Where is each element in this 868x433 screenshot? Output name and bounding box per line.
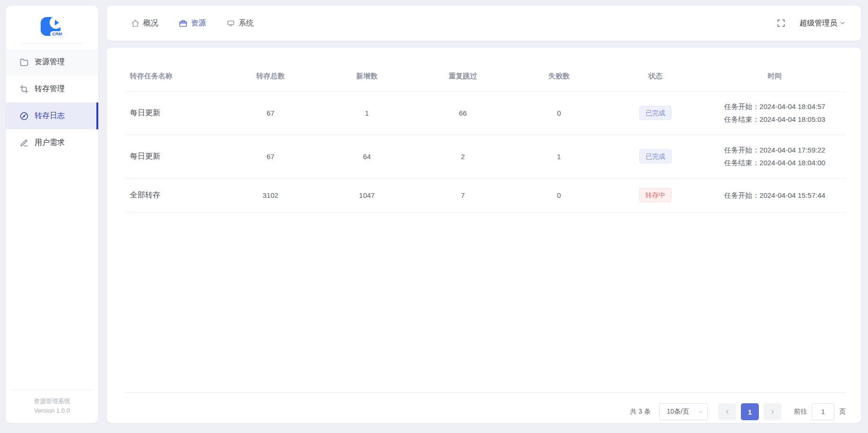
failed-cell: 0 xyxy=(511,91,607,135)
logo-text: CRM xyxy=(50,31,65,37)
sidebar: CRM 资源管理 转存管理 转存日志 xyxy=(6,6,98,423)
column-header-added: 新增数 xyxy=(319,62,415,91)
monitor-icon xyxy=(227,19,235,27)
time-start-value: 2024-04-04 15:57:44 xyxy=(759,191,825,199)
transfer-log-table: 转存任务名称 转存总数 新增数 重复跳过 失败数 状态 时间 每日更新 67 1… xyxy=(125,62,846,212)
page-number-button[interactable]: 1 xyxy=(741,403,759,420)
sidebar-nav: 资源管理 转存管理 转存日志 用户需求 xyxy=(6,49,98,156)
crm-logo: CRM xyxy=(6,6,98,42)
time-end-line: 任务结束：2024-04-04 18:04:00 xyxy=(724,156,825,169)
status-badge: 转存中 xyxy=(639,188,671,202)
time-cell: 任务开始：2024-04-04 18:04:57 任务结束：2024-04-04… xyxy=(704,91,846,135)
tab-label: 概况 xyxy=(143,18,158,28)
status-cell: 已完成 xyxy=(607,91,704,135)
pencil-icon xyxy=(20,139,28,147)
home-icon xyxy=(131,19,139,27)
time-start-label: 任务开始： xyxy=(724,146,759,154)
sidebar-item-label: 资源管理 xyxy=(34,57,65,67)
skipped-cell: 2 xyxy=(415,135,511,178)
logo-divider xyxy=(22,43,82,44)
sidebar-item-label: 转存日志 xyxy=(34,111,65,121)
task-name-cell: 每日更新 xyxy=(125,91,222,135)
sidebar-item-label: 转存管理 xyxy=(34,84,65,94)
sidebar-item-transfer-log[interactable]: 转存日志 xyxy=(6,102,98,129)
folder-icon xyxy=(20,58,28,67)
total-count-label: 共 3 条 xyxy=(630,408,651,416)
sidebar-footer: 资源管理系统 Version 1.0.0 xyxy=(6,390,98,423)
goto-label: 前往 xyxy=(794,408,807,416)
total-cell: 67 xyxy=(222,91,319,135)
tab-label: 系统 xyxy=(239,18,254,28)
goto-page-group: 前往 页 xyxy=(794,403,846,420)
time-start-value: 2024-04-04 17:59:22 xyxy=(759,146,825,154)
table-row[interactable]: 每日更新 67 1 66 0 已完成 任务开始：2024-04-04 18:04… xyxy=(125,91,846,135)
column-header-time: 时间 xyxy=(704,62,846,91)
tab-resources[interactable]: 资源 xyxy=(179,18,206,28)
task-name-cell: 全部转存 xyxy=(125,178,222,212)
table-row[interactable]: 全部转存 3102 1047 7 0 转存中 任务开始：2024-04-04 1… xyxy=(125,178,846,212)
briefcase-icon xyxy=(179,19,187,27)
time-start-line: 任务开始：2024-04-04 15:57:44 xyxy=(724,189,825,202)
time-detail: 任务开始：2024-04-04 17:59:22 任务结束：2024-04-04… xyxy=(724,144,825,169)
top-bar-right: 超级管理员 xyxy=(777,18,846,28)
chevron-right-icon xyxy=(769,408,776,415)
time-cell: 任务开始：2024-04-04 17:59:22 任务结束：2024-04-04… xyxy=(704,135,846,178)
top-nav-tabs: 概况 资源 系统 xyxy=(131,18,254,28)
column-header-skipped: 重复跳过 xyxy=(415,62,511,91)
chevron-left-icon xyxy=(724,408,730,415)
pagination-bar: 共 3 条 10条/页 1 前往 页 xyxy=(125,393,846,431)
total-cell: 3102 xyxy=(222,178,319,212)
status-cell: 已完成 xyxy=(607,135,704,178)
next-page-button[interactable] xyxy=(764,403,782,420)
fullscreen-icon[interactable] xyxy=(777,19,785,27)
skipped-cell: 66 xyxy=(415,91,511,135)
chevron-down-icon xyxy=(839,20,846,26)
previous-page-button[interactable] xyxy=(718,403,736,420)
tab-overview[interactable]: 概况 xyxy=(131,18,158,28)
footer-divider xyxy=(12,390,92,390)
time-detail: 任务开始：2024-04-04 18:04:57 任务结束：2024-04-04… xyxy=(724,100,825,126)
crop-icon xyxy=(20,85,28,93)
task-name-cell: 每日更新 xyxy=(125,135,222,178)
status-cell: 转存中 xyxy=(607,178,704,212)
time-end-label: 任务结束： xyxy=(724,159,759,167)
user-menu-label: 超级管理员 xyxy=(799,18,837,28)
play-icon xyxy=(55,20,59,25)
main-content: 转存任务名称 转存总数 新增数 重复跳过 失败数 状态 时间 每日更新 67 1… xyxy=(107,48,861,423)
sidebar-item-resource-management[interactable]: 资源管理 xyxy=(6,49,98,76)
failed-cell: 1 xyxy=(511,135,607,178)
time-cell: 任务开始：2024-04-04 15:57:44 xyxy=(704,178,846,212)
time-end-value: 2024-04-04 18:05:03 xyxy=(759,115,825,123)
sidebar-item-transfer-management[interactable]: 转存管理 xyxy=(6,76,98,102)
user-menu[interactable]: 超级管理员 xyxy=(799,18,846,28)
compass-icon xyxy=(20,112,28,120)
app-name: 资源管理系统 xyxy=(6,397,98,406)
page-size-select[interactable]: 10条/页 xyxy=(659,403,708,420)
added-cell: 1047 xyxy=(319,178,415,212)
top-bar: 概况 资源 系统 超级管理员 xyxy=(107,6,861,41)
tab-system[interactable]: 系统 xyxy=(227,18,254,28)
column-header-task-name: 转存任务名称 xyxy=(125,62,222,91)
column-header-failed: 失败数 xyxy=(511,62,607,91)
table-row[interactable]: 每日更新 67 64 2 1 已完成 任务开始：2024-04-04 17:59… xyxy=(125,135,846,178)
time-start-label: 任务开始： xyxy=(724,191,759,199)
column-header-total: 转存总数 xyxy=(222,62,319,91)
sidebar-item-user-requirements[interactable]: 用户需求 xyxy=(6,129,98,156)
page-size-value: 10条/页 xyxy=(667,408,689,416)
time-start-line: 任务开始：2024-04-04 17:59:22 xyxy=(724,144,825,156)
added-cell: 1 xyxy=(319,91,415,135)
goto-suffix-label: 页 xyxy=(839,408,846,416)
time-start-value: 2024-04-04 18:04:57 xyxy=(759,102,825,110)
time-end-line: 任务结束：2024-04-04 18:05:03 xyxy=(724,113,825,126)
transfer-log-table-area: 转存任务名称 转存总数 新增数 重复跳过 失败数 状态 时间 每日更新 67 1… xyxy=(125,62,846,393)
goto-page-input[interactable] xyxy=(812,403,834,420)
logo-play-circle xyxy=(50,16,62,29)
failed-cell: 0 xyxy=(511,178,607,212)
column-header-status: 状态 xyxy=(607,62,704,91)
sidebar-item-label: 用户需求 xyxy=(34,138,65,148)
skipped-cell: 7 xyxy=(415,178,511,212)
total-cell: 67 xyxy=(222,135,319,178)
table-header-row: 转存任务名称 转存总数 新增数 重复跳过 失败数 状态 时间 xyxy=(125,62,846,91)
app-version: Version 1.0.0 xyxy=(6,406,98,416)
added-cell: 64 xyxy=(319,135,415,178)
